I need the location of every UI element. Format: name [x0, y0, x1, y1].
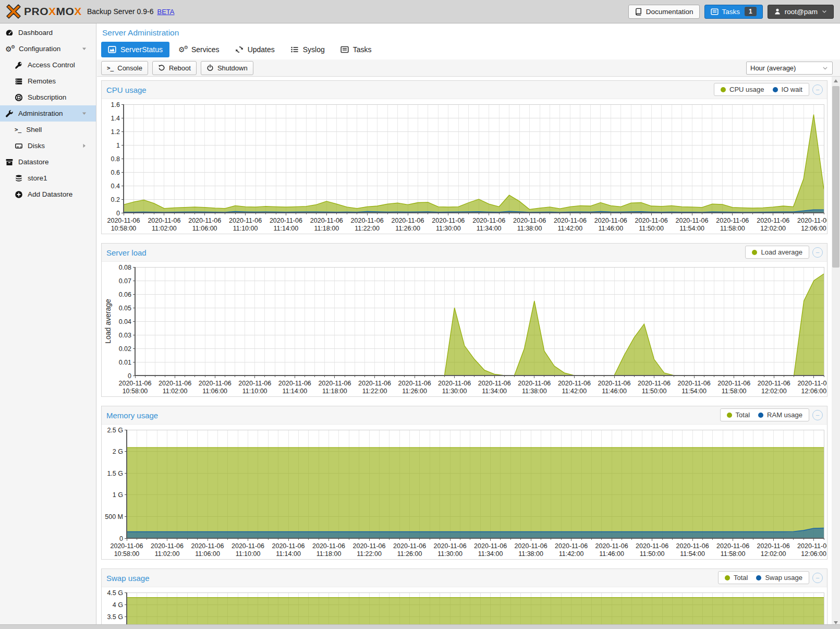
svg-text:2020-11-06: 2020-11-06 — [716, 217, 749, 224]
vertical-scrollbar — [832, 77, 840, 627]
legend-item-swap-usage[interactable]: Swap usage — [756, 574, 802, 582]
svg-text:12:02:00: 12:02:00 — [760, 225, 786, 232]
legend-item-total[interactable]: Total — [725, 574, 748, 582]
svg-text:11:06:00: 11:06:00 — [202, 388, 227, 395]
svg-text:2020-11-06: 2020-11-06 — [757, 217, 789, 224]
svg-text:11:54:00: 11:54:00 — [679, 225, 704, 232]
reboot-button[interactable]: Reboot — [152, 61, 197, 75]
svg-text:2020-11-06: 2020-11-06 — [310, 217, 343, 224]
tab-label: Tasks — [353, 45, 372, 54]
svg-text:2020-11-06: 2020-11-06 — [598, 380, 630, 387]
tab-bar: ServerStatus⚙⚙ServicesUpdatesSyslogTasks — [101, 42, 840, 57]
svg-text:2020-11-06: 2020-11-06 — [438, 380, 471, 387]
svg-text:11:22:00: 11:22:00 — [362, 388, 387, 395]
svg-text:2020-11-06: 2020-11-06 — [188, 217, 221, 224]
sidebar-item-label: Dashboard — [18, 29, 53, 37]
svg-text:0: 0 — [128, 372, 131, 380]
tab-services[interactable]: ⚙⚙Services — [172, 42, 226, 57]
main-content: Server Administration ServerStatus⚙⚙Serv… — [97, 23, 840, 629]
sidebar-item-remotes[interactable]: Remotes — [0, 73, 96, 89]
reboot-label: Reboot — [169, 64, 191, 72]
svg-text:2020-11-06: 2020-11-06 — [716, 542, 749, 550]
svg-text:0.07: 0.07 — [119, 277, 131, 285]
svg-text:2020-11-06: 2020-11-06 — [513, 217, 546, 224]
console-label: Console — [117, 64, 142, 72]
shutdown-button[interactable]: Shutdown — [201, 61, 253, 75]
scroll-up-button[interactable] — [832, 77, 840, 85]
legend-item-total[interactable]: Total — [727, 411, 750, 419]
expander-caret-down-icon[interactable] — [81, 110, 88, 117]
svg-text:11:18:00: 11:18:00 — [322, 388, 347, 395]
svg-text:2020-11-06: 2020-11-06 — [518, 380, 551, 387]
legend-item-io-wait[interactable]: IO wait — [773, 86, 802, 93]
chevron-down-icon — [822, 65, 829, 71]
cpu-usage-panel: CPU usage CPU usageIO wait − 00.20.40.60… — [101, 80, 827, 234]
svg-text:0.8: 0.8 — [111, 155, 120, 163]
svg-text:11:10:00: 11:10:00 — [242, 388, 267, 395]
sidebar-item-disks[interactable]: Disks — [0, 138, 96, 154]
legend-label: Total — [734, 574, 748, 582]
svg-text:11:34:00: 11:34:00 — [477, 225, 502, 232]
panel-title: CPU usage — [106, 86, 147, 94]
tasks-icon — [711, 8, 719, 16]
tab-tasks[interactable]: Tasks — [334, 42, 379, 57]
svg-text:11:02:00: 11:02:00 — [152, 225, 177, 232]
sidebar-item-label: Datastore — [18, 158, 49, 166]
sidebar-item-configuration[interactable]: ⚙⚙Configuration — [0, 41, 96, 57]
window-bottom-edge — [0, 624, 840, 629]
tab-updates[interactable]: Updates — [228, 42, 282, 57]
svg-text:11:50:00: 11:50:00 — [640, 550, 665, 558]
svg-text:11:30:00: 11:30:00 — [442, 388, 467, 395]
scrollbar-thumb[interactable] — [832, 86, 839, 268]
legend-item-cpu-usage[interactable]: CPU usage — [721, 86, 764, 93]
time-range-select[interactable]: Hour (average) — [746, 62, 833, 75]
sidebar-item-subscription[interactable]: Subscription — [0, 89, 96, 105]
tab-label: ServerStatus — [120, 45, 163, 54]
panel-collapse-button[interactable]: − — [812, 247, 823, 258]
svg-text:11:26:00: 11:26:00 — [402, 388, 427, 395]
legend-item-load-average[interactable]: Load average — [752, 248, 802, 256]
svg-text:12:06:00: 12:06:00 — [801, 225, 826, 232]
cpu-usage-chart: 00.20.40.60.811.21.41.62020-11-0610:58:0… — [102, 99, 827, 234]
sidebar-item-administration[interactable]: Administration — [0, 105, 96, 122]
panel-collapse-button[interactable]: − — [812, 84, 823, 95]
svg-text:500 M: 500 M — [105, 513, 123, 521]
sidebar-item-shell[interactable]: >_Shell — [0, 122, 96, 138]
console-button[interactable]: >_ Console — [101, 61, 148, 75]
sidebar-item-add-datastore[interactable]: Add Datastore — [0, 186, 96, 202]
legend-label: Total — [736, 411, 750, 419]
remotes-icon — [15, 77, 23, 86]
sidebar-item-datastore[interactable]: Datastore — [0, 154, 96, 170]
svg-text:10:58:00: 10:58:00 — [114, 550, 140, 558]
beta-link[interactable]: BETA — [157, 8, 175, 16]
sidebar-item-store1[interactable]: store1 — [0, 170, 96, 186]
top-bar: PROXMOX Backup Server 0.9-6 BETA Documen… — [0, 0, 840, 23]
svg-text:2020-11-06: 2020-11-06 — [555, 542, 588, 550]
sidebar-nav: Dashboard⚙⚙ConfigurationAccess ControlRe… — [0, 23, 96, 625]
svg-text:2020-11-06: 2020-11-06 — [554, 217, 587, 224]
svg-text:11:14:00: 11:14:00 — [282, 388, 307, 395]
expander-caret-down-icon[interactable] — [81, 45, 88, 52]
expander-caret-right-icon[interactable] — [81, 142, 88, 149]
svg-text:2020-11-06: 2020-11-06 — [391, 217, 424, 224]
documentation-button[interactable]: Documentation — [628, 5, 700, 19]
tasks-button[interactable]: Tasks 1 — [704, 5, 763, 19]
legend-item-ram-usage[interactable]: RAM usage — [758, 411, 802, 419]
user-menu-button[interactable]: root@pam — [768, 5, 834, 19]
svg-text:2020-11-06: 2020-11-06 — [638, 380, 671, 387]
tab-serverstatus[interactable]: ServerStatus — [101, 42, 169, 57]
svg-text:2020-11-06: 2020-11-06 — [515, 542, 547, 550]
sidebar-item-access-control[interactable]: Access Control — [0, 57, 96, 73]
sidebar-item-dashboard[interactable]: Dashboard — [0, 25, 96, 41]
panel-collapse-button[interactable]: − — [812, 573, 823, 583]
panel-collapse-button[interactable]: − — [812, 410, 823, 420]
chevron-down-icon — [821, 8, 827, 15]
svg-text:2020-11-06: 2020-11-06 — [278, 380, 311, 387]
legend-dot — [727, 413, 732, 418]
tab-label: Syslog — [303, 45, 325, 54]
svg-text:2020-11-06: 2020-11-06 — [107, 217, 140, 224]
proxmox-logo: PROXMOX — [5, 3, 82, 20]
action-toolbar: >_ Console Reboot Shutdown Hour (average… — [97, 59, 840, 77]
terminal-icon: >_ — [15, 126, 21, 133]
tab-syslog[interactable]: Syslog — [284, 42, 332, 57]
